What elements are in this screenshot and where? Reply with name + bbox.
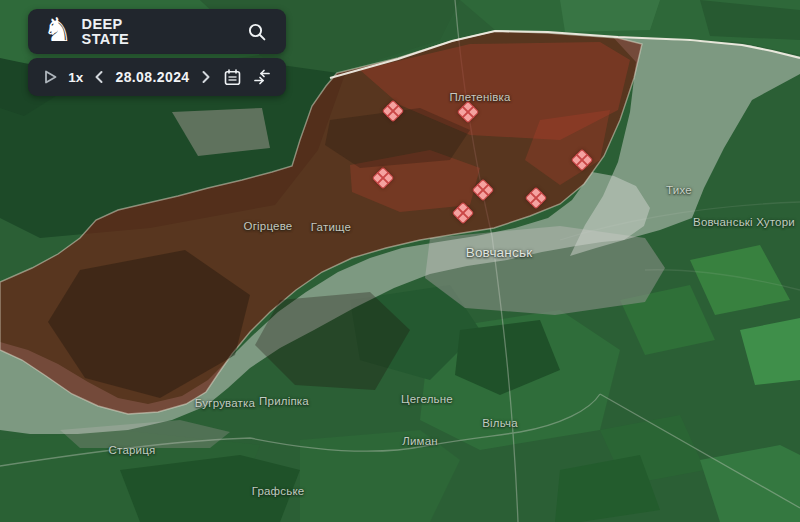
chevron-right-icon	[200, 70, 212, 84]
clash-marker[interactable]	[452, 202, 475, 225]
deepstate-logo-knight-icon: ♞	[43, 13, 73, 46]
search-button[interactable]	[243, 18, 271, 46]
next-day-button[interactable]	[198, 68, 214, 86]
clash-marker[interactable]	[372, 167, 395, 190]
play-button[interactable]	[41, 67, 60, 87]
clash-marker[interactable]	[525, 187, 548, 210]
logo-line-1: DEEP	[82, 17, 129, 32]
clash-marker[interactable]	[382, 100, 405, 123]
search-icon	[247, 22, 267, 42]
previous-day-button[interactable]	[91, 68, 107, 86]
logo-line-2: STATE	[82, 32, 129, 47]
play-icon	[43, 69, 58, 85]
speed-button[interactable]: 1x	[68, 70, 83, 85]
chevron-left-icon	[93, 70, 105, 84]
deepstate-map-app: ПлетенівкаТихеВовчанські ХуториОгірцевеГ…	[0, 0, 800, 522]
calendar-button[interactable]	[222, 67, 243, 88]
jump-to-date-icon	[253, 69, 271, 85]
clash-marker[interactable]	[472, 179, 495, 202]
playback-panel: 1x 28.08.2024	[28, 58, 286, 96]
clash-marker[interactable]	[571, 149, 594, 172]
logo-panel: ♞ DEEP STATE	[28, 9, 286, 54]
logo-wordmark: DEEP STATE	[82, 17, 129, 47]
date-display[interactable]: 28.08.2024	[115, 69, 189, 85]
calendar-icon	[224, 69, 241, 86]
clash-marker[interactable]	[457, 101, 480, 124]
jump-to-date-button[interactable]	[251, 67, 273, 87]
